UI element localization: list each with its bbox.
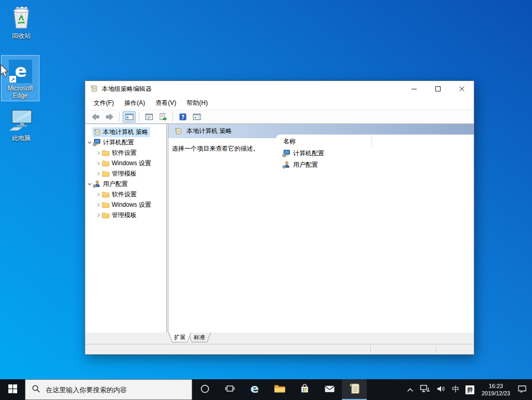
export-list-button[interactable] <box>156 111 169 123</box>
column-divider[interactable] <box>371 137 372 146</box>
taskbar-mail[interactable] <box>317 379 342 400</box>
ime-language-button[interactable]: 中 <box>449 379 462 400</box>
menu-item[interactable]: 文件(F) <box>88 97 119 110</box>
action-center-button[interactable] <box>514 379 530 400</box>
ime-mode-label: 拼 <box>466 385 474 394</box>
expand-chevron[interactable] <box>96 191 101 197</box>
expand-chevron[interactable] <box>87 181 92 187</box>
expand-chevron[interactable] <box>96 212 101 218</box>
volume-button[interactable] <box>433 379 449 400</box>
start-button[interactable] <box>0 379 25 400</box>
user-icon <box>282 161 290 169</box>
taskbar-store[interactable] <box>292 379 317 400</box>
store-icon <box>300 384 310 396</box>
view-tab-label: 扩展 <box>169 332 191 342</box>
result-pane-title: 本地计算机 策略 <box>187 127 232 136</box>
properties-button[interactable] <box>142 111 155 123</box>
expand-chevron[interactable] <box>96 202 101 208</box>
maximize-button[interactable] <box>426 81 450 97</box>
show-action-pane-button[interactable] <box>190 111 203 123</box>
close-button[interactable] <box>450 81 474 97</box>
tray-overflow-button[interactable] <box>404 379 417 400</box>
clock[interactable]: 16:23 2019/12/23 <box>477 379 514 400</box>
desktop-icon-this-pc[interactable]: 此电脑 <box>2 105 41 144</box>
svg-text:e: e <box>15 60 26 81</box>
result-item[interactable]: 计算机配置 <box>275 148 474 159</box>
folder-icon <box>101 201 110 209</box>
console-tree-pane: 本地计算机 策略 计算机配置 <box>85 124 167 332</box>
menu-bar: 文件(F) 操作(A) 查看(V) 帮助(H) <box>85 97 474 110</box>
user-icon <box>92 180 101 188</box>
view-tab[interactable]: 扩展 <box>168 332 191 342</box>
svg-text:?: ? <box>181 114 184 120</box>
menu-item[interactable]: 帮助(H) <box>181 97 213 110</box>
name-column-header[interactable]: 名称 <box>275 135 474 148</box>
expand-chevron[interactable] <box>96 160 101 166</box>
tree-item[interactable]: 软件设置 <box>85 148 166 158</box>
tree-item[interactable]: 本地计算机 策略 <box>85 127 166 137</box>
task-view-button[interactable] <box>217 379 242 400</box>
task-view-icon <box>225 384 235 395</box>
network-button[interactable] <box>417 379 433 400</box>
result-pane: 本地计算机 策略 选择一个项目来查看它的描述。 名称 计算机配置 <box>168 124 474 332</box>
result-item-label: 用户配置 <box>293 161 318 169</box>
clock-time: 16:23 <box>489 382 503 390</box>
desktop-icon-label: Microsoft Edge <box>3 85 38 99</box>
folder-icon <box>101 159 110 167</box>
tree-item[interactable]: Windows 设置 <box>85 199 166 210</box>
network-icon <box>420 384 430 395</box>
clock-date: 2019/12/23 <box>482 390 510 397</box>
title-bar[interactable]: 本地组策略编辑器 <box>85 81 474 97</box>
tree-item-label: 管理模板 <box>112 169 137 178</box>
window-title: 本地组策略编辑器 <box>102 85 402 94</box>
tree-item-label: 软件设置 <box>112 190 137 199</box>
status-divider <box>436 346 436 353</box>
result-item-list: 计算机配置 用户配置 <box>275 148 474 170</box>
mail-icon <box>324 384 335 395</box>
ime-mode-button[interactable]: 拼 <box>462 379 477 400</box>
toolbar: ? <box>85 110 474 124</box>
taskbar-file-explorer[interactable] <box>267 379 292 400</box>
windows-logo-icon <box>8 384 17 395</box>
tree-item-label: 用户配置 <box>103 180 128 189</box>
taskbar: e 中 拼 16:23 2019/12/23 <box>0 379 532 400</box>
desktop-icon-recycle-bin[interactable]: 回收站 <box>2 3 41 42</box>
expand-chevron[interactable] <box>96 150 101 156</box>
svg-text:↗: ↗ <box>10 77 15 83</box>
tree-item[interactable]: 管理模板 <box>85 168 166 179</box>
forward-button[interactable] <box>103 111 116 123</box>
taskbar-search[interactable] <box>25 379 192 400</box>
result-item-label: 计算机配置 <box>293 149 324 158</box>
view-tabstrip: 扩展 标准 <box>85 332 474 344</box>
gpedit-scroll-icon <box>348 382 361 397</box>
back-button[interactable] <box>89 111 102 123</box>
edge-icon: e <box>248 382 261 397</box>
tree-item[interactable]: Windows 设置 <box>85 158 166 168</box>
view-tab-label: 标准 <box>189 332 210 342</box>
expand-chevron[interactable] <box>87 139 92 145</box>
expand-chevron[interactable] <box>96 170 101 177</box>
taskbar-gpedit-active[interactable] <box>342 379 367 400</box>
tree-item-label: 管理模板 <box>112 211 137 220</box>
show-console-tree-button[interactable] <box>123 111 136 123</box>
toolbar-separator <box>119 112 119 122</box>
folder-icon <box>101 211 110 219</box>
svg-text:e: e <box>250 382 259 395</box>
menu-item[interactable]: 查看(V) <box>150 97 181 110</box>
tree-item[interactable]: 用户配置 <box>85 179 166 189</box>
taskbar-edge[interactable]: e <box>242 379 267 400</box>
help-button[interactable]: ? <box>176 111 189 123</box>
cortana-button[interactable] <box>192 379 217 400</box>
tree-item[interactable]: 软件设置 <box>85 189 166 199</box>
desktop-icon-label: 此电脑 <box>12 135 31 142</box>
tree-item[interactable]: 计算机配置 <box>85 137 166 148</box>
view-tab[interactable]: 标准 <box>188 332 211 342</box>
tree-item[interactable]: 管理模板 <box>85 210 166 220</box>
result-item[interactable]: 用户配置 <box>275 159 474 170</box>
tree-item-label: 软件设置 <box>112 149 137 157</box>
minimize-button[interactable] <box>402 81 426 97</box>
search-input[interactable] <box>46 386 185 394</box>
scroll-icon <box>90 85 98 93</box>
folder-icon <box>101 190 110 198</box>
menu-item[interactable]: 操作(A) <box>119 97 150 110</box>
